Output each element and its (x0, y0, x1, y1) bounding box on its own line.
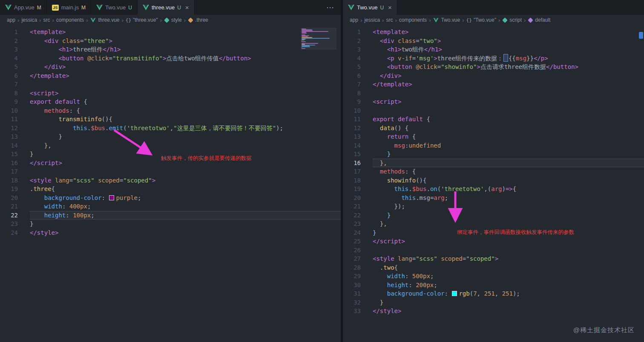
code-line[interactable]: </style> (373, 307, 644, 316)
vscode-workbench: App.vueMJSmain.jsMTwo.vueUthree.vueU× ⋯ … (0, 0, 644, 342)
code-line[interactable]: </script> (373, 237, 644, 246)
breadcrumb-item[interactable]: Two.vue (433, 17, 460, 23)
code-line[interactable]: background-color: purple; (30, 194, 341, 202)
code-line[interactable]: } (30, 132, 341, 141)
code-editor-three-vue[interactable]: 123456789101112131415161718192021222324 … (0, 25, 341, 342)
line-number: 12 (0, 124, 18, 133)
breadcrumb-item[interactable]: src (43, 17, 50, 23)
breadcrumb-item[interactable]: app (350, 17, 358, 23)
code-line[interactable]: background-color: rgb(7, 251, 251); (373, 289, 644, 298)
code-line[interactable]: }, (373, 159, 644, 168)
code-line[interactable]: </template> (373, 80, 644, 89)
code-line[interactable]: <h1>two组件</h1> (373, 45, 644, 54)
breadcrumb-right: app›jessica›src›components›Two.vue›{}"Tw… (343, 15, 644, 25)
breadcrumb-item[interactable]: {}"three.vue" (126, 17, 158, 23)
code-line[interactable]: <template> (30, 28, 341, 37)
breadcrumb-item[interactable]: .three (188, 17, 208, 23)
code-line[interactable]: height: 100px; (30, 211, 341, 220)
code-line[interactable]: }); (373, 202, 644, 211)
tab-Two.vue[interactable]: Two.vueU× (343, 0, 397, 15)
code-line[interactable] (373, 89, 644, 98)
breadcrumb-item[interactable]: components (399, 17, 427, 23)
code-line[interactable]: .two{ (373, 263, 644, 272)
code-line[interactable] (30, 167, 341, 176)
code-line[interactable]: .three{ (30, 185, 341, 194)
code-line[interactable] (30, 80, 341, 89)
git-status-badge: M (81, 5, 86, 11)
gutter[interactable]: 123456789101112131415161718192021222324 (0, 28, 21, 342)
code-line[interactable]: } (373, 298, 644, 307)
code-line[interactable]: this.msg=arg; (373, 194, 644, 202)
code-line[interactable]: <template> (373, 28, 644, 37)
breadcrumb-item[interactable]: app (7, 17, 15, 23)
code-line[interactable] (373, 106, 644, 115)
code-line[interactable]: methods: { (373, 167, 644, 176)
code-line[interactable] (373, 246, 644, 255)
minimap[interactable] (301, 28, 336, 50)
breadcrumb-item[interactable]: jessica (21, 17, 37, 23)
code-line[interactable]: <p v-if='msg'>three组件传来的数据：{{msg}}</p> (373, 54, 644, 63)
code-line[interactable]: transmitinfo(){ (30, 115, 341, 124)
code-line[interactable]: <script> (30, 89, 341, 98)
tab-App.vue[interactable]: App.vueM (0, 0, 47, 15)
code-line[interactable]: <div class="two"> (373, 37, 644, 46)
code-line[interactable]: <div class="three"> (30, 37, 341, 46)
code-line[interactable]: }, (373, 219, 644, 228)
code-line[interactable]: <button @click="showinfo">点击请求three组件数据<… (373, 63, 644, 71)
git-status-badge: M (37, 5, 41, 11)
code-line[interactable]: }, (30, 141, 341, 150)
code-line[interactable]: export default { (373, 115, 644, 124)
code-line[interactable]: this.$bus.on('threetotwo',(arg)=>{ (373, 185, 644, 194)
symbol-style-icon (164, 17, 170, 23)
code-line[interactable]: </style> (30, 228, 341, 237)
gutter[interactable]: 1234567891011121314151617181920212223242… (343, 28, 364, 342)
code-line[interactable]: width: 400px; (30, 202, 341, 211)
code-line[interactable]: msg:undefined (373, 141, 644, 150)
code-line[interactable]: data() { (373, 124, 644, 133)
code-line[interactable]: <script> (373, 97, 644, 106)
line-number: 30 (343, 281, 361, 290)
code-line[interactable]: <style lang="scss" scoped="scoped"> (30, 176, 341, 185)
breadcrumb-separator: › (184, 17, 186, 23)
code-line[interactable]: } (373, 150, 644, 159)
code-content[interactable]: <template> <div class="three"> <h1>three… (21, 28, 341, 342)
code-line[interactable]: <button @click="transmitinfo">点击给two组件传值… (30, 54, 341, 63)
breadcrumb-item[interactable]: jessica (364, 17, 380, 23)
tab-Two.vue[interactable]: Two.vueU (91, 0, 138, 15)
breadcrumb-item[interactable]: style (164, 17, 182, 23)
code-line[interactable]: } (373, 211, 644, 220)
vue-icon (91, 18, 96, 22)
code-line[interactable]: } (30, 219, 341, 228)
code-line[interactable]: export default { (30, 97, 341, 106)
tab-close-icon[interactable]: × (388, 4, 392, 11)
breadcrumb-item[interactable]: default (528, 17, 550, 23)
line-number: 14 (343, 141, 361, 150)
breadcrumb-item[interactable]: {}"Two.vue" (466, 17, 496, 23)
breadcrumb-item[interactable]: script (502, 17, 522, 23)
code-line[interactable]: height: 200px; (373, 281, 644, 290)
code-line[interactable]: this.$bus.emit('threetotwo',"这里是三体，请不要回答… (30, 124, 341, 133)
code-line[interactable]: </div> (30, 63, 341, 71)
annotation-text-right: 绑定事件，事件回调函数接收触发事件传来的参数 (457, 229, 574, 236)
line-number: 15 (0, 150, 18, 159)
breadcrumb-item[interactable]: three.vue (90, 17, 119, 23)
tab-bar-right: Two.vueU× (343, 0, 644, 15)
code-line[interactable]: <style lang="scss" scoped="scoped"> (373, 254, 644, 263)
tab-main.js[interactable]: JSmain.jsM (47, 0, 91, 15)
code-content[interactable]: <template> <div class="two"> <h1>two组件</… (364, 28, 644, 342)
breadcrumb-separator: › (17, 17, 19, 23)
code-editor-two-vue[interactable]: 1234567891011121314151617181920212223242… (343, 25, 644, 342)
code-line[interactable]: methods: { (30, 106, 341, 115)
tab-three.vue[interactable]: three.vueU× (138, 0, 195, 15)
breadcrumb-item[interactable]: components (56, 17, 84, 23)
code-line[interactable]: return { (373, 132, 644, 141)
breadcrumb-item[interactable]: src (386, 17, 393, 23)
code-line[interactable]: <h1>three组件</h1> (30, 45, 341, 54)
code-line[interactable]: showinfo(){ (373, 176, 644, 185)
code-line[interactable]: width: 500px; (373, 272, 644, 281)
tab-close-icon[interactable]: × (185, 4, 189, 11)
line-number: 15 (343, 150, 361, 159)
more-actions-icon[interactable]: ⋯ (319, 0, 341, 15)
code-line[interactable]: </template> (30, 71, 341, 80)
code-line[interactable]: </div> (373, 71, 644, 80)
